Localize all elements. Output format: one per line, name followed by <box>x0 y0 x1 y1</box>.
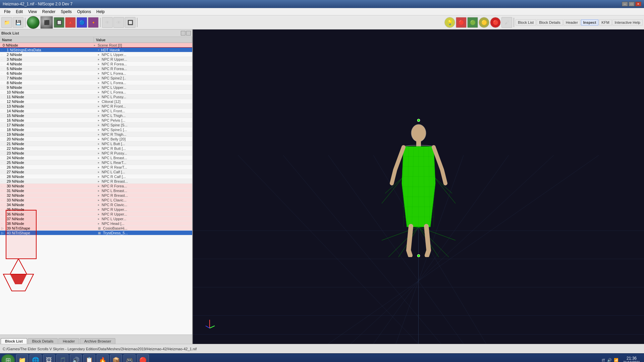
btn-inspect[interactable]: Inspect <box>581 19 599 25</box>
table-row[interactable]: ·14 NiNode▸NPC L Front... <box>0 109 192 113</box>
btn-header[interactable]: Header <box>564 19 580 25</box>
toolbar-btn-yellow2[interactable]: 🟡 <box>479 17 489 28</box>
toolbar-light-yellow[interactable]: 💡 <box>444 17 455 28</box>
table-row[interactable]: ·19 NiNode▸NPC R Thigh... <box>0 132 192 137</box>
toolbar-red-box[interactable]: 🔺 <box>65 17 76 28</box>
menu-spells[interactable]: Spells <box>58 9 74 15</box>
table-row[interactable]: ·21 NiNode▸NPC L Butt [... <box>0 141 192 146</box>
menu-view[interactable]: View <box>25 9 40 15</box>
block-value: NPC R Upper... <box>100 207 192 212</box>
taskbar-icon-game[interactable]: 🎮 <box>123 354 136 362</box>
table-row[interactable]: ·1 NiStringsExtraData▪HDT Havok ... <box>0 48 192 52</box>
table-row[interactable]: ·33 NiNode▸NPC L Clavic... <box>0 198 192 202</box>
bl-ctrl-collapse[interactable]: ▽ <box>181 31 185 36</box>
table-row[interactable]: ·9 NiNode▸NPC L Upper... <box>0 85 192 90</box>
table-row[interactable]: ·34 NiNode▸NPC R Clavic... <box>0 202 192 207</box>
toolbar-new[interactable]: 📁 <box>1 17 12 28</box>
start-button[interactable]: ⊞ <box>1 354 15 362</box>
table-row[interactable]: ·11 NiNode▸NPC L Pussy... <box>0 95 192 99</box>
table-row[interactable]: ·20 NiNode▸NPC Belly [20] <box>0 137 192 141</box>
menu-file[interactable]: File <box>1 9 13 15</box>
taskbar-tray-sound[interactable]: 🔊 <box>607 358 612 362</box>
table-row[interactable]: ·13 NiNode▸NPC R Front... <box>0 104 192 109</box>
table-row[interactable]: ·35 NiNode▸NPC R Upper... <box>0 207 192 212</box>
table-row[interactable]: ·17 NiNode▸NPC Spine [S... <box>0 123 192 127</box>
block-list-content[interactable]: 0 NiNode▸Scene Root [0]·1 NiStringsExtra… <box>0 43 192 335</box>
taskbar-icon-audio[interactable]: 🔊 <box>70 354 82 362</box>
toolbar-eye1[interactable]: 👁 <box>102 17 113 28</box>
toolbar-btn-red2[interactable]: 🔴 <box>490 17 501 28</box>
tab-header[interactable]: Header <box>58 338 79 344</box>
btn-block-list[interactable]: Block List <box>516 19 536 25</box>
table-row[interactable]: ·7 NiNode▸NPC Spine2 [.. <box>0 76 192 80</box>
table-row[interactable]: ·15 NiNode▸NPC L Thigh... <box>0 113 192 118</box>
maximize-button[interactable]: □ <box>629 2 635 6</box>
clock[interactable]: 21:36 21/10/2021 <box>621 356 643 362</box>
bl-ctrl-expand[interactable]: △ <box>186 31 191 36</box>
block-value: Scene Root [0] <box>96 43 192 47</box>
table-row[interactable]: ·27 NiNode▸NPC L Calf [... <box>0 170 192 174</box>
toolbar-green-box[interactable]: 🔲 <box>54 17 64 28</box>
menu-help[interactable]: Help <box>94 9 107 15</box>
taskbar-icon-red[interactable]: 🔴 <box>137 354 149 362</box>
taskbar-icon-music[interactable]: 🎵 <box>56 354 68 362</box>
toolbar-purple[interactable]: 🔸 <box>88 17 99 28</box>
toolbar-save[interactable]: 💾 <box>13 17 23 28</box>
table-row[interactable]: ·37 NiNode▸NPC L Upper... <box>0 217 192 221</box>
table-row[interactable]: ·31 NiNode▸NPC L Breast... <box>0 188 192 193</box>
taskbar-icon-image[interactable]: 🖼 <box>43 354 55 362</box>
menu-render[interactable]: Render <box>40 9 58 15</box>
menu-edit[interactable]: Edit <box>13 9 25 15</box>
table-row[interactable]: ·6 NiNode▸NPC L Forea... <box>0 71 192 76</box>
toolbar-btn-green2[interactable]: 🟢 <box>467 17 478 28</box>
table-row[interactable]: ·26 NiNode▸NPC R RearT... <box>0 165 192 170</box>
block-value: HDT Havok ... <box>100 48 192 52</box>
tab-block-details[interactable]: Block Details <box>28 338 58 344</box>
table-row[interactable]: ·24 NiNode▸NPC L Breast... <box>0 156 192 160</box>
block-value: NPC Spine2 [.. <box>100 76 192 80</box>
table-row[interactable]: ·28 NiNode▸NPC R Calf [... <box>0 174 192 179</box>
btn-kfm[interactable]: KFM <box>599 19 611 25</box>
menu-options[interactable]: Options <box>74 9 94 15</box>
table-row[interactable]: ·12 NiNode▸ClitoraI [12] <box>0 99 192 104</box>
taskbar-icon-browser[interactable]: 🌐 <box>30 354 42 362</box>
taskbar-icon-package[interactable]: 📦 <box>110 354 122 362</box>
table-row[interactable]: ·29 NiNode▸NPC R Breast... <box>0 179 192 184</box>
table-row[interactable]: 0 NiNode▸Scene Root [0] <box>0 43 192 48</box>
minimize-button[interactable]: ─ <box>622 2 628 6</box>
table-row[interactable]: ·3 NiNode▸NPC R Upper... <box>0 57 192 62</box>
taskbar-icon-fire[interactable]: 🔥 <box>97 354 109 362</box>
table-row[interactable]: ·32 NiNode▸NPC R Breast... <box>0 193 192 198</box>
table-row[interactable]: ·16 NiNode▸NPC Pelvis [... <box>0 118 192 123</box>
table-row[interactable]: ·2 NiNode▸NPC L Upper... <box>0 52 192 57</box>
table-row[interactable]: ·36 NiNode▸NPC R Upper... <box>0 212 192 217</box>
table-row[interactable]: ·8 NiNode▸NPC L Forea... <box>0 80 192 85</box>
toolbar-btn-red1[interactable]: 🔴 <box>456 17 467 28</box>
table-row[interactable]: ·25 NiNode▸NPC L RearT... <box>0 160 192 165</box>
table-row[interactable]: ▷39 NiTriShape▦CosioBaseHi... <box>0 226 192 231</box>
close-button[interactable]: ✕ <box>635 2 641 6</box>
btn-block-details[interactable]: Block Details <box>537 19 563 25</box>
tab-archive-browser[interactable]: Archive Browser <box>80 338 115 344</box>
taskbar-icon-clipboard[interactable]: 📋 <box>83 354 95 362</box>
btn-interactive-help[interactable]: Interactive Help <box>612 19 643 25</box>
table-row[interactable]: ·22 NiNode▸NPC R Butt [... <box>0 146 192 151</box>
taskbar-tray-network[interactable]: 📶 <box>614 358 619 362</box>
right-panel[interactable] <box>193 29 644 344</box>
table-row[interactable]: ·5 NiNode▸NPC R Forea... <box>0 66 192 71</box>
table-row[interactable]: ·18 NiNode▸NPC Spine1 [... <box>0 127 192 132</box>
toolbar-blue-sphere[interactable]: 🔵 <box>76 17 87 28</box>
toolbar-sel-mode[interactable]: ⬛ <box>40 16 53 29</box>
table-row[interactable]: ·10 NiNode▸NPC L Forea... <box>0 90 192 95</box>
toolbar-nav-sphere[interactable] <box>27 16 40 29</box>
taskbar-icon-explorer[interactable]: 📁 <box>16 354 28 362</box>
toolbar-box[interactable]: 🔲 <box>125 17 136 28</box>
toolbar-eye2[interactable]: 👁 <box>113 17 124 28</box>
tab-block-list[interactable]: Block List <box>1 338 27 344</box>
table-row[interactable]: ·38 NiNode▸NPC Head [... <box>0 221 192 226</box>
table-row[interactable]: ▷40 NiTriShape▦TrystDress_5... <box>0 231 192 235</box>
table-row[interactable]: ·23 NiNode▸NPC R Pussy... <box>0 151 192 156</box>
toolbar-btn-brush[interactable]: 🖌 <box>501 17 512 28</box>
table-row[interactable]: ·4 NiNode▸NPC R Forea... <box>0 62 192 66</box>
table-row[interactable]: ·30 NiNode▸NPC R Forea... <box>0 184 192 188</box>
